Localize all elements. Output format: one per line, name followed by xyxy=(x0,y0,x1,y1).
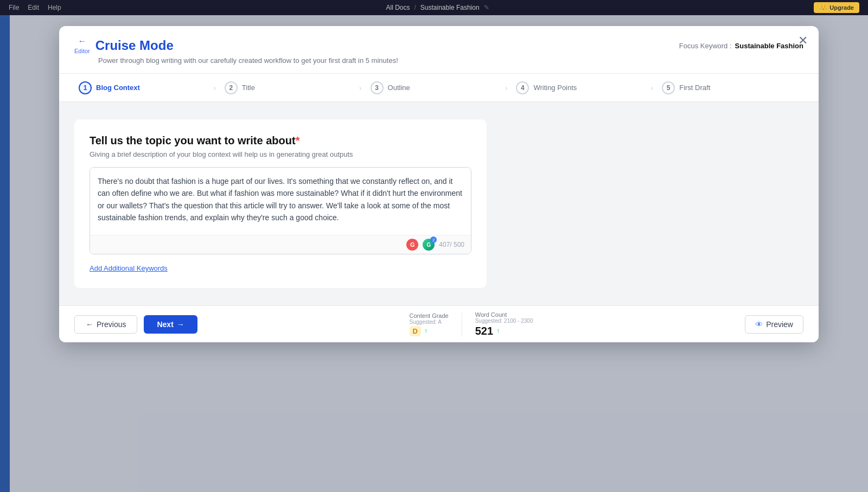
top-bar-right: 👑 Upgrade xyxy=(814,2,859,13)
content-grade-label: Content Grade xyxy=(410,312,449,319)
prev-arrow-icon: ← xyxy=(86,320,93,329)
close-modal-button[interactable]: ✕ xyxy=(798,35,808,47)
eye-icon: 👁 xyxy=(755,320,763,329)
focus-keyword-value: Sustainable Fashion xyxy=(735,42,803,50)
word-count-number: 521 xyxy=(475,325,493,337)
app-sidebar xyxy=(0,15,10,492)
word-count-block: Word Count Suggested: 2100 - 2300 521 ↑ xyxy=(462,311,546,337)
grammarly-green-icon-wrapper: G 2 xyxy=(423,239,435,251)
breadcrumb-current-doc[interactable]: Sustainable Fashion xyxy=(420,4,480,11)
modal-content: Tell us the topic you want to write abou… xyxy=(59,102,819,305)
back-to-editor-button[interactable]: ← Editor xyxy=(74,37,90,54)
required-star: * xyxy=(296,135,300,146)
top-bar: File Edit Help All Docs / Sustainable Fa… xyxy=(0,0,868,15)
grammarly-red-icon: G xyxy=(406,239,418,251)
modal-overlay: ← Editor Cruise Mode Focus Keyword : Sus… xyxy=(10,15,868,492)
content-grade-value: D ↑ xyxy=(410,326,449,336)
next-button[interactable]: Next → xyxy=(144,315,197,334)
step-number-5: 5 xyxy=(662,81,675,94)
word-count-value: 521 ↑ xyxy=(475,325,533,337)
card-heading: Tell us the topic you want to write abou… xyxy=(90,135,471,147)
preview-button[interactable]: 👁 Preview xyxy=(745,315,803,334)
steps-bar: 1 Blog Context › 2 Title › 3 Outline › 4… xyxy=(59,74,819,102)
next-arrow-icon: → xyxy=(177,320,184,329)
crown-icon: 👑 xyxy=(819,4,827,11)
step-number-2: 2 xyxy=(225,81,238,94)
back-arrow-icon: ← xyxy=(78,37,86,46)
add-keywords-link[interactable]: Add Additional Keywords xyxy=(90,264,168,272)
step-label-5: First Draft xyxy=(679,84,710,92)
step-number-1: 1 xyxy=(79,81,92,94)
modal-subtitle: Power through blog writing with our care… xyxy=(98,56,803,65)
navigation-buttons: ← Previous Next → xyxy=(74,315,197,334)
bottom-bar: ← Previous Next → Content Grade Suggeste… xyxy=(59,305,819,342)
next-label: Next xyxy=(157,320,173,329)
step-label-2: Title xyxy=(242,84,255,92)
step-number-3: 3 xyxy=(371,81,384,94)
breadcrumb-separator: / xyxy=(414,4,416,11)
stats-area: Content Grade Suggested: A D ↑ Word Coun… xyxy=(397,311,546,337)
menu-bar: File Edit Help xyxy=(9,4,61,11)
card-description: Giving a brief description of your blog … xyxy=(90,150,471,158)
step-first-draft[interactable]: 5 First Draft xyxy=(658,81,803,94)
content-grade-block: Content Grade Suggested: A D ↑ xyxy=(397,312,462,336)
card-heading-text: Tell us the topic you want to write abou… xyxy=(90,135,296,146)
step-label-1: Blog Context xyxy=(96,84,140,92)
textarea-footer: G G 2 407/ 500 xyxy=(90,235,471,254)
preview-label: Preview xyxy=(766,320,793,329)
step-number-4: 4 xyxy=(516,81,529,94)
upgrade-label: Upgrade xyxy=(829,4,854,11)
content-grade-suggested: Suggested: A xyxy=(410,319,449,325)
step-chevron-1: › xyxy=(213,84,216,92)
step-writing-points[interactable]: 4 Writing Points › xyxy=(512,81,658,94)
modal-title-group: ← Editor Cruise Mode xyxy=(74,37,174,54)
grade-arrow-icon: ↑ xyxy=(424,327,427,335)
focus-keyword-area: Focus Keyword : Sustainable Fashion xyxy=(679,42,803,50)
previous-button[interactable]: ← Previous xyxy=(74,315,137,334)
word-count-label: Word Count xyxy=(475,311,533,318)
breadcrumb-icon: ✎ xyxy=(484,4,489,11)
breadcrumb-all-docs[interactable]: All Docs xyxy=(386,4,410,11)
blog-context-card: Tell us the topic you want to write abou… xyxy=(74,119,487,288)
menu-edit[interactable]: Edit xyxy=(28,4,39,11)
menu-file[interactable]: File xyxy=(9,4,19,11)
breadcrumb: All Docs / Sustainable Fashion ✎ xyxy=(386,4,489,11)
textarea-wrapper: G G 2 407/ 500 xyxy=(90,167,471,254)
word-count-suggested: Suggested: 2100 - 2300 xyxy=(475,318,533,324)
menu-help[interactable]: Help xyxy=(48,4,61,11)
cruise-mode-modal: ← Editor Cruise Mode Focus Keyword : Sus… xyxy=(59,26,819,342)
prev-label: Previous xyxy=(97,320,126,329)
step-chevron-2: › xyxy=(359,84,362,92)
focus-keyword-label: Focus Keyword : xyxy=(679,42,732,50)
step-chevron-3: › xyxy=(505,84,508,92)
modal-header-top: ← Editor Cruise Mode Focus Keyword : Sus… xyxy=(74,37,803,54)
char-count: 407/ 500 xyxy=(439,241,464,248)
step-label-3: Outline xyxy=(388,84,410,92)
grammarly-badge: 2 xyxy=(430,237,437,243)
blog-context-textarea[interactable] xyxy=(90,168,471,233)
step-blog-context[interactable]: 1 Blog Context › xyxy=(74,81,220,94)
modal-header: ← Editor Cruise Mode Focus Keyword : Sus… xyxy=(59,26,819,74)
upgrade-button[interactable]: 👑 Upgrade xyxy=(814,2,859,13)
word-count-arrow-icon: ↑ xyxy=(496,327,500,335)
step-chevron-4: › xyxy=(651,84,654,92)
grade-badge: D xyxy=(410,326,421,336)
step-title[interactable]: 2 Title › xyxy=(220,81,366,94)
step-outline[interactable]: 3 Outline › xyxy=(366,81,512,94)
step-label-4: Writing Points xyxy=(533,84,577,92)
back-label: Editor xyxy=(74,48,90,54)
modal-title: Cruise Mode xyxy=(95,38,174,53)
